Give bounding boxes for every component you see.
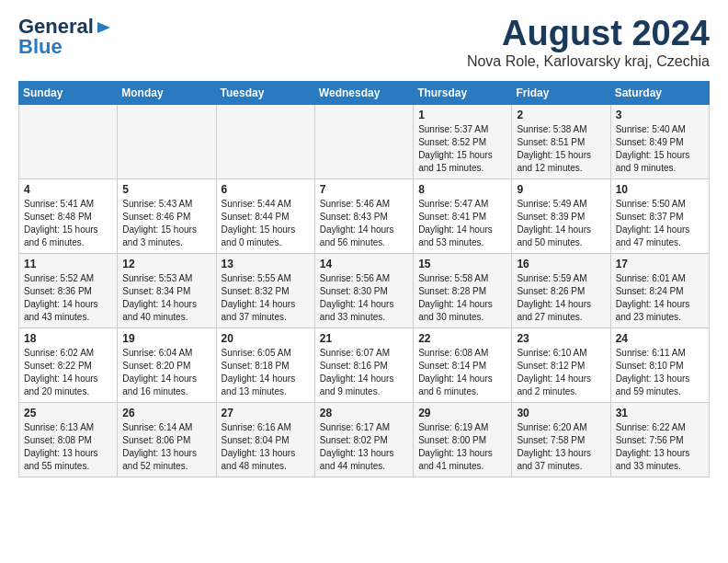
day-number: 24 [616,332,704,345]
day-number: 5 [122,183,210,196]
weekday-header-friday: Friday [512,81,610,104]
day-number: 11 [24,258,112,270]
calendar-cell [314,104,413,178]
calendar-cell: 15Sunrise: 5:58 AM Sunset: 8:28 PM Dayli… [414,253,512,327]
day-content: Sunrise: 5:38 AM Sunset: 8:51 PM Dayligh… [517,123,605,175]
day-number: 8 [418,183,506,196]
day-content: Sunrise: 5:50 AM Sunset: 8:37 PM Dayligh… [616,198,704,249]
subtitle: Nova Role, Karlovarsky kraj, Czechia [467,53,710,70]
day-number: 17 [616,258,704,270]
calendar-cell: 3Sunrise: 5:40 AM Sunset: 8:49 PM Daylig… [610,104,709,178]
logo-blue: Blue [18,35,63,59]
day-number: 13 [222,258,310,270]
calendar-cell: 20Sunrise: 6:05 AM Sunset: 8:18 PM Dayli… [216,327,314,402]
calendar-cell: 1Sunrise: 5:37 AM Sunset: 8:52 PM Daylig… [414,104,512,178]
calendar-cell: 24Sunrise: 6:11 AM Sunset: 8:10 PM Dayli… [610,327,709,402]
day-number: 31 [616,407,704,419]
day-number: 3 [616,109,704,121]
calendar-cell: 13Sunrise: 5:55 AM Sunset: 8:32 PM Dayli… [216,253,314,327]
day-number: 6 [222,183,310,196]
day-number: 1 [418,109,506,121]
calendar-cell [216,104,314,178]
day-content: Sunrise: 5:55 AM Sunset: 8:32 PM Dayligh… [222,272,310,324]
day-content: Sunrise: 5:56 AM Sunset: 8:30 PM Dayligh… [320,272,408,324]
weekday-header-wednesday: Wednesday [314,81,413,104]
day-number: 10 [616,183,704,196]
calendar-cell: 4Sunrise: 5:41 AM Sunset: 8:48 PM Daylig… [19,178,118,253]
calendar-cell: 8Sunrise: 5:47 AM Sunset: 8:41 PM Daylig… [414,178,512,253]
day-content: Sunrise: 5:44 AM Sunset: 8:44 PM Dayligh… [222,198,310,249]
calendar-cell: 5Sunrise: 5:43 AM Sunset: 8:46 PM Daylig… [118,178,216,253]
title-area: August 2024 Nova Role, Karlovarsky kraj,… [467,15,710,70]
day-number: 20 [222,332,310,345]
day-content: Sunrise: 5:41 AM Sunset: 8:48 PM Dayligh… [24,198,112,249]
day-content: Sunrise: 6:17 AM Sunset: 8:02 PM Dayligh… [320,421,408,473]
day-number: 28 [320,407,408,419]
day-number: 14 [320,258,408,270]
day-content: Sunrise: 5:53 AM Sunset: 8:34 PM Dayligh… [122,272,210,324]
calendar-cell: 2Sunrise: 5:38 AM Sunset: 8:51 PM Daylig… [512,104,610,178]
calendar-cell: 17Sunrise: 6:01 AM Sunset: 8:24 PM Dayli… [610,253,709,327]
calendar-week-1: 1Sunrise: 5:37 AM Sunset: 8:52 PM Daylig… [19,104,710,178]
day-content: Sunrise: 6:07 AM Sunset: 8:16 PM Dayligh… [320,347,408,398]
day-number: 26 [122,407,210,419]
calendar-week-5: 25Sunrise: 6:13 AM Sunset: 8:08 PM Dayli… [19,402,710,477]
calendar-cell: 10Sunrise: 5:50 AM Sunset: 8:37 PM Dayli… [610,178,709,253]
day-content: Sunrise: 6:13 AM Sunset: 8:08 PM Dayligh… [24,421,112,473]
day-content: Sunrise: 6:14 AM Sunset: 8:06 PM Dayligh… [122,421,210,473]
day-number: 29 [418,407,506,419]
calendar-cell: 27Sunrise: 6:16 AM Sunset: 8:04 PM Dayli… [216,402,314,477]
day-content: Sunrise: 5:40 AM Sunset: 8:49 PM Dayligh… [616,123,704,175]
day-number: 27 [222,407,310,419]
weekday-header-saturday: Saturday [610,81,709,104]
calendar-cell: 26Sunrise: 6:14 AM Sunset: 8:06 PM Dayli… [118,402,216,477]
day-number: 15 [418,258,506,270]
weekday-header-sunday: Sunday [19,81,118,104]
day-number: 21 [320,332,408,345]
day-number: 9 [517,183,605,196]
day-content: Sunrise: 6:16 AM Sunset: 8:04 PM Dayligh… [222,421,310,473]
day-content: Sunrise: 6:02 AM Sunset: 8:22 PM Dayligh… [24,347,112,398]
calendar-cell: 16Sunrise: 5:59 AM Sunset: 8:26 PM Dayli… [512,253,610,327]
day-content: Sunrise: 6:05 AM Sunset: 8:18 PM Dayligh… [222,347,310,398]
calendar-table: SundayMondayTuesdayWednesdayThursdayFrid… [18,81,710,477]
day-content: Sunrise: 6:20 AM Sunset: 7:58 PM Dayligh… [517,421,605,473]
calendar-week-4: 18Sunrise: 6:02 AM Sunset: 8:22 PM Dayli… [19,327,710,402]
day-content: Sunrise: 5:43 AM Sunset: 8:46 PM Dayligh… [122,198,210,249]
calendar-cell: 22Sunrise: 6:08 AM Sunset: 8:14 PM Dayli… [414,327,512,402]
weekday-header-tuesday: Tuesday [216,81,314,104]
logo: General Blue [18,15,112,59]
calendar-cell: 29Sunrise: 6:19 AM Sunset: 8:00 PM Dayli… [414,402,512,477]
day-content: Sunrise: 6:19 AM Sunset: 8:00 PM Dayligh… [418,421,506,473]
logo-arrow-icon [96,19,112,36]
calendar-cell: 9Sunrise: 5:49 AM Sunset: 8:39 PM Daylig… [512,178,610,253]
day-number: 4 [24,183,112,196]
day-content: Sunrise: 6:11 AM Sunset: 8:10 PM Dayligh… [616,347,704,398]
day-content: Sunrise: 5:46 AM Sunset: 8:43 PM Dayligh… [320,198,408,249]
day-content: Sunrise: 5:37 AM Sunset: 8:52 PM Dayligh… [418,123,506,175]
calendar-cell: 19Sunrise: 6:04 AM Sunset: 8:20 PM Dayli… [118,327,216,402]
calendar-cell: 31Sunrise: 6:22 AM Sunset: 7:56 PM Dayli… [610,402,709,477]
calendar-cell: 23Sunrise: 6:10 AM Sunset: 8:12 PM Dayli… [512,327,610,402]
day-number: 12 [122,258,210,270]
day-number: 2 [517,109,605,121]
calendar-cell: 6Sunrise: 5:44 AM Sunset: 8:44 PM Daylig… [216,178,314,253]
weekday-header-monday: Monday [118,81,216,104]
day-number: 25 [24,407,112,419]
calendar-cell [19,104,118,178]
day-number: 7 [320,183,408,196]
calendar-week-2: 4Sunrise: 5:41 AM Sunset: 8:48 PM Daylig… [19,178,710,253]
day-content: Sunrise: 6:08 AM Sunset: 8:14 PM Dayligh… [418,347,506,398]
calendar-cell: 18Sunrise: 6:02 AM Sunset: 8:22 PM Dayli… [19,327,118,402]
calendar-week-3: 11Sunrise: 5:52 AM Sunset: 8:36 PM Dayli… [19,253,710,327]
calendar-cell: 28Sunrise: 6:17 AM Sunset: 8:02 PM Dayli… [314,402,413,477]
day-content: Sunrise: 6:10 AM Sunset: 8:12 PM Dayligh… [517,347,605,398]
day-number: 23 [517,332,605,345]
day-number: 30 [517,407,605,419]
day-number: 16 [517,258,605,270]
day-number: 19 [122,332,210,345]
day-content: Sunrise: 6:01 AM Sunset: 8:24 PM Dayligh… [616,272,704,324]
calendar-cell: 25Sunrise: 6:13 AM Sunset: 8:08 PM Dayli… [19,402,118,477]
calendar-cell: 30Sunrise: 6:20 AM Sunset: 7:58 PM Dayli… [512,402,610,477]
day-number: 18 [24,332,112,345]
